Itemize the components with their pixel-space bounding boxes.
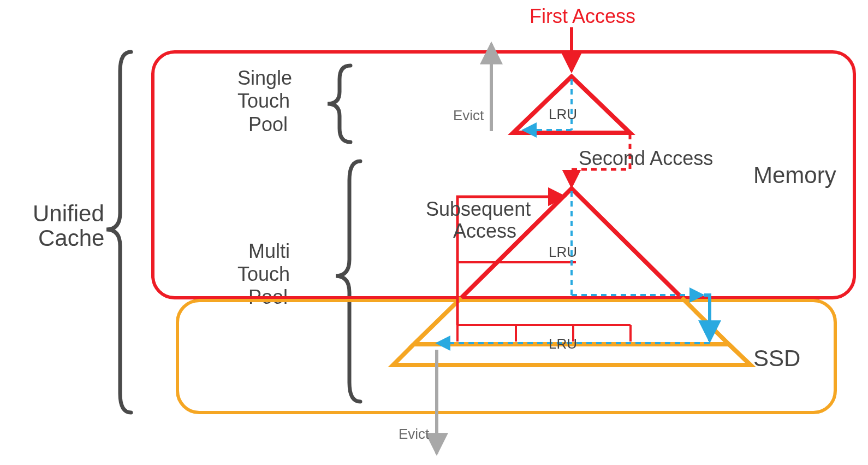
- subsequent-access-label-1: Subsequent: [426, 198, 531, 220]
- ssd-lru-ticks: [457, 325, 631, 342]
- second-access-label: Second Access: [579, 147, 713, 169]
- single-touch-triangle: [513, 76, 630, 133]
- evict-bottom-label: Evict: [399, 426, 430, 442]
- diagram-root: Unified Cache Single Touch Pool Multi To…: [0, 0, 868, 465]
- subsequent-access-label-2: Access: [453, 220, 516, 242]
- ssd-label: SSD: [753, 345, 800, 371]
- multi-touch-triangle-bottom: [393, 298, 751, 365]
- single-touch-label-1: Single: [237, 67, 292, 89]
- single-touch-label-3: Pool: [248, 113, 288, 136]
- evict-top-label: Evict: [453, 107, 484, 123]
- svg-marker-0: [513, 76, 630, 133]
- brace-single-touch: [328, 66, 350, 142]
- unified-cache-label-1: Unified: [33, 201, 104, 226]
- single-touch-label-2: Touch: [237, 90, 290, 112]
- multi-touch-label-1: Multi: [248, 240, 290, 262]
- first-access-label: First Access: [530, 5, 635, 27]
- brace-unified-cache: [106, 52, 131, 413]
- lru-top-label: LRU: [549, 106, 577, 122]
- lru-mid-label: LRU: [549, 244, 577, 260]
- memory-label: Memory: [753, 162, 836, 188]
- multi-touch-label-2: Touch: [237, 263, 290, 285]
- ssd-box: [177, 301, 835, 413]
- brace-multi-touch: [336, 161, 360, 402]
- unified-cache-label-2: Cache: [38, 225, 104, 251]
